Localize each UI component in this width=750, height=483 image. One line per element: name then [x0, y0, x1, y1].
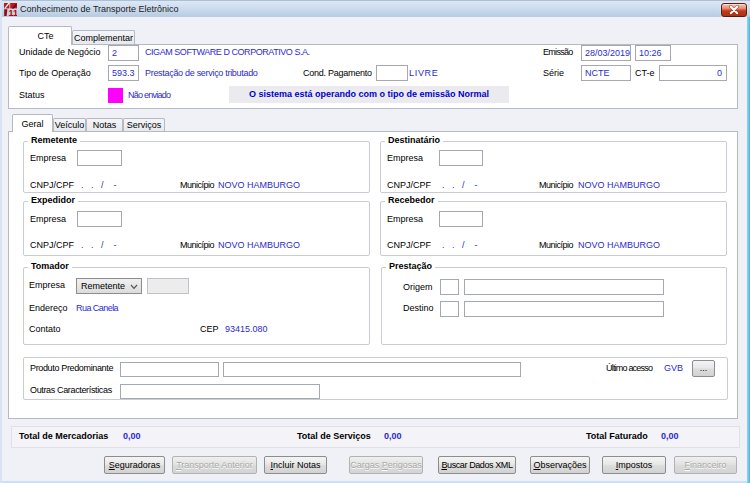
svg-text:11: 11	[8, 8, 17, 16]
